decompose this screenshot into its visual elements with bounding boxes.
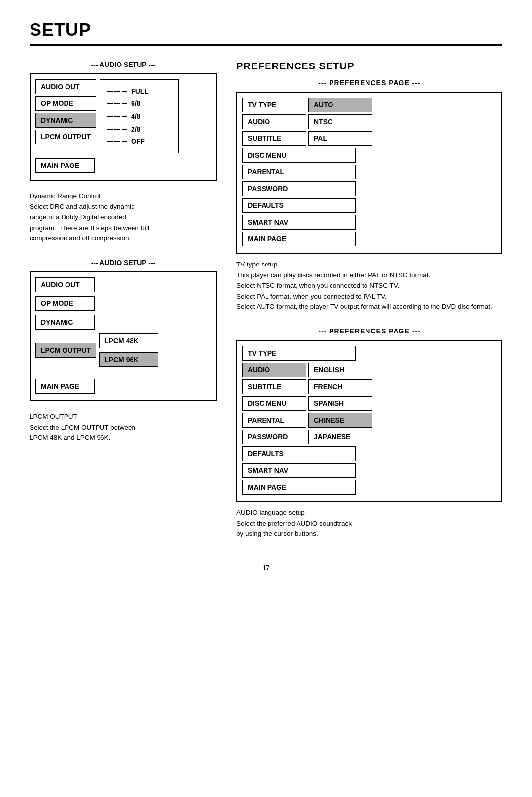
japanese-value[interactable]: JAPANESE	[308, 430, 372, 444]
subtitle-label-1[interactable]: SUBTITLE	[242, 131, 306, 146]
pref-row-subtitle-1: SUBTITLE PAL	[242, 131, 497, 146]
pref-row-discmenu-2: DISC MENU SPANISH	[242, 396, 497, 411]
pref-row-mainpage-1: MAIN PAGE	[242, 232, 497, 246]
main-page-row-1: MAIN PAGE	[35, 158, 211, 175]
slider-68: 6/8	[107, 100, 171, 107]
pal-value-1[interactable]: PAL	[308, 131, 372, 146]
pref-row-discmenu-1: DISC MENU	[242, 148, 497, 163]
audio-menu-items-1: AUDIO OUT OP MODE DYNAMIC LPCM OUTPUT	[35, 79, 96, 153]
audio-label-2[interactable]: AUDIO	[242, 363, 306, 377]
smart-nav-label-2[interactable]: SMART NAV	[242, 463, 356, 478]
ntsc-value-1[interactable]: NTSC	[308, 114, 372, 129]
preferences-setup-header: PREFERENCES SETUP	[236, 61, 502, 72]
pref-row-password-2: PASSWORD JAPANESE	[242, 430, 497, 444]
audio-setup-header-1: --- AUDIO SETUP ---	[30, 61, 217, 68]
slider-48: 4/8	[107, 112, 171, 120]
dynamic-item-2[interactable]: DYNAMIC	[35, 315, 95, 330]
right-column: PREFERENCES SETUP --- PREFERENCES PAGE -…	[236, 61, 502, 554]
main-page-item-1[interactable]: MAIN PAGE	[35, 158, 95, 173]
slider-28: 2/8	[107, 125, 171, 133]
preferences-box-1: TV TYPE AUTO AUDIO NTSC SUBTITLE PAL DIS…	[236, 92, 502, 254]
password-label-1[interactable]: PASSWORD	[242, 181, 356, 196]
audio-setup-box-2: AUDIO OUT OP MODE DYNAMIC LPCM OUTPUT LP…	[30, 271, 217, 401]
op-mode-item-2[interactable]: OP MODE	[35, 296, 95, 311]
lpcm-output-item-1[interactable]: LPCM OUTPUT	[35, 130, 96, 144]
audio-menu-items-2: AUDIO OUT OP MODE DYNAMIC LPCM OUTPUT LP…	[35, 277, 211, 369]
pref-row-smartnav-1: SMART NAV	[242, 215, 497, 230]
tv-type-label-2[interactable]: TV TYPE	[242, 346, 356, 361]
preferences-desc-1: TV type setup This player can play discs…	[236, 259, 502, 312]
pref-row-audio-1: AUDIO NTSC	[242, 114, 497, 129]
defaults-label-1[interactable]: DEFAULTS	[242, 198, 356, 213]
lpcm-options: LPCM 48K LPCM 96K	[99, 333, 158, 369]
main-page-row-2: MAIN PAGE	[35, 379, 211, 396]
pref-row-tvtype-1: TV TYPE AUTO	[242, 98, 497, 112]
preferences-box-2: TV TYPE AUDIO ENGLISH SUBTITLE FRENCH DI…	[236, 340, 502, 502]
left-column: --- AUDIO SETUP --- AUDIO OUT OP MODE DY…	[30, 61, 217, 554]
audio-label-1[interactable]: AUDIO	[242, 114, 306, 129]
slider-full: FULL	[107, 87, 171, 95]
defaults-label-2[interactable]: DEFAULTS	[242, 446, 356, 461]
lpcm-48k-item[interactable]: LPCM 48K	[99, 333, 158, 348]
smart-nav-label-1[interactable]: SMART NAV	[242, 215, 356, 230]
audio-setup-desc-2: LPCM OUTPUT Select the LPCM OUTPUT betwe…	[30, 411, 217, 443]
english-value[interactable]: ENGLISH	[308, 363, 372, 377]
audio-setup-section-1: --- AUDIO SETUP --- AUDIO OUT OP MODE DY…	[30, 61, 217, 244]
parental-label-1[interactable]: PARENTAL	[242, 165, 356, 179]
subtitle-label-2[interactable]: SUBTITLE	[242, 379, 306, 394]
french-value[interactable]: FRENCH	[308, 379, 372, 394]
slider-box-1: FULL 6/8	[100, 79, 179, 153]
parental-label-2[interactable]: PARENTAL	[242, 413, 306, 428]
slider-label-48: 4/8	[131, 112, 140, 120]
pref-row-smartnav-2: SMART NAV	[242, 463, 497, 478]
pref-row-audio-2: AUDIO ENGLISH	[242, 363, 497, 377]
lpcm-output-item-2[interactable]: LPCM OUTPUT	[35, 343, 96, 358]
lpcm-96k-item[interactable]: LPCM 96K	[99, 352, 158, 367]
chinese-value[interactable]: CHINESE	[308, 413, 372, 428]
pref-row-tvtype-2: TV TYPE	[242, 346, 497, 361]
pref-row-subtitle-2: SUBTITLE FRENCH	[242, 379, 497, 394]
pref-row-mainpage-2: MAIN PAGE	[242, 480, 497, 495]
audio-setup-box-1: AUDIO OUT OP MODE DYNAMIC LPCM OUTPUT	[30, 73, 217, 181]
audio-setup-header-2: --- AUDIO SETUP ---	[30, 259, 217, 266]
audio-out-item-1[interactable]: AUDIO OUT	[35, 79, 96, 94]
slider-label-off: OFF	[131, 137, 145, 145]
slider-label-28: 2/8	[131, 125, 140, 133]
slider-label-68: 6/8	[131, 100, 140, 107]
preferences-page-header-2: --- PREFERENCES PAGE ---	[236, 327, 502, 335]
preferences-desc-2: AUDIO language setup Select the preferre…	[236, 507, 502, 539]
page-title: SETUP	[30, 20, 502, 46]
preferences-section-2: --- PREFERENCES PAGE --- TV TYPE AUDIO E…	[236, 327, 502, 539]
password-label-2[interactable]: PASSWORD	[242, 430, 306, 444]
op-mode-item-1[interactable]: OP MODE	[35, 96, 96, 111]
audio-setup-desc-1: Dynamic Range Control Select DRC and adj…	[30, 191, 217, 244]
preferences-section-1: --- PREFERENCES PAGE --- TV TYPE AUTO AU…	[236, 79, 502, 312]
audio-out-item-2[interactable]: AUDIO OUT	[35, 277, 95, 292]
preferences-page-header-1: --- PREFERENCES PAGE ---	[236, 79, 502, 87]
lpcm-output-row: LPCM OUTPUT LPCM 48K LPCM 96K	[35, 333, 211, 369]
page-number: 17	[30, 564, 502, 572]
disc-menu-label-2[interactable]: DISC MENU	[242, 396, 306, 411]
auto-value-1[interactable]: AUTO	[308, 98, 372, 112]
dynamic-item-1[interactable]: DYNAMIC	[35, 113, 96, 128]
main-page-pref-2[interactable]: MAIN PAGE	[242, 480, 356, 495]
disc-menu-label-1[interactable]: DISC MENU	[242, 148, 356, 163]
pref-row-defaults-2: DEFAULTS	[242, 446, 497, 461]
spanish-value[interactable]: SPANISH	[308, 396, 372, 411]
pref-row-parental-1: PARENTAL	[242, 165, 497, 179]
pref-row-password-1: PASSWORD	[242, 181, 497, 196]
slider-off: OFF	[107, 137, 171, 145]
pref-row-defaults-1: DEFAULTS	[242, 198, 497, 213]
main-page-pref-1[interactable]: MAIN PAGE	[242, 232, 356, 246]
audio-grid-1: AUDIO OUT OP MODE DYNAMIC LPCM OUTPUT	[35, 79, 211, 153]
tv-type-label-1[interactable]: TV TYPE	[242, 98, 306, 112]
slider-label-full: FULL	[131, 87, 149, 95]
pref-row-parental-2: PARENTAL CHINESE	[242, 413, 497, 428]
audio-setup-section-2: --- AUDIO SETUP --- AUDIO OUT OP MODE DY…	[30, 259, 217, 443]
main-page-item-2[interactable]: MAIN PAGE	[35, 379, 95, 394]
